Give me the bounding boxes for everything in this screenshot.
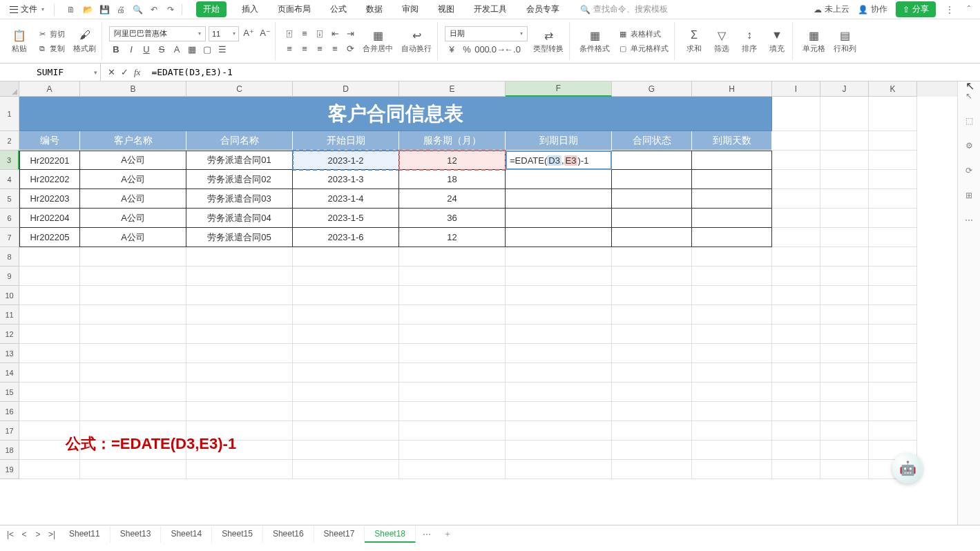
- add-sheet-button[interactable]: ＋: [438, 528, 457, 540]
- cell[interactable]: [820, 131, 869, 151]
- cell[interactable]: 劳务派遣合同02: [186, 170, 293, 189]
- row-header-2[interactable]: 2: [0, 131, 19, 151]
- row-header-6[interactable]: 6: [0, 209, 19, 228]
- table-header[interactable]: 到期日期: [506, 131, 612, 151]
- cell[interactable]: [186, 247, 293, 267]
- indent-inc-button[interactable]: ⇥: [343, 27, 357, 41]
- table-title[interactable]: 客户合同信息表: [19, 97, 772, 131]
- cell[interactable]: [612, 151, 692, 170]
- cell[interactable]: [293, 402, 399, 421]
- fx-button[interactable]: fx: [134, 67, 140, 78]
- sheet-tab-Sheet11[interactable]: Sheet11: [59, 526, 111, 543]
- more-icon[interactable]: ⋮: [944, 4, 955, 15]
- cell[interactable]: [293, 325, 399, 344]
- cell[interactable]: [506, 344, 612, 363]
- cell[interactable]: [772, 267, 820, 286]
- cell[interactable]: [772, 97, 820, 131]
- underline-button[interactable]: U: [140, 43, 153, 57]
- side-select-icon[interactable]: ⬚: [963, 115, 975, 127]
- cell[interactable]: [772, 383, 820, 402]
- bold-button[interactable]: B: [109, 43, 123, 57]
- cell[interactable]: [692, 247, 772, 267]
- side-backup-icon[interactable]: ⟳: [963, 164, 975, 177]
- name-box-input[interactable]: [0, 64, 100, 81]
- cloud-status[interactable]: ☁ 未上云: [814, 3, 849, 15]
- cell[interactable]: [869, 189, 917, 209]
- cell[interactable]: [506, 209, 612, 228]
- cancel-formula-button[interactable]: ✕: [108, 67, 115, 77]
- filter-button[interactable]: ▽筛选: [709, 27, 734, 55]
- cell[interactable]: [692, 344, 772, 363]
- cell[interactable]: [19, 344, 80, 363]
- cell[interactable]: [293, 363, 399, 383]
- cell[interactable]: [19, 363, 80, 383]
- cell[interactable]: [692, 286, 772, 305]
- cell[interactable]: [772, 131, 820, 151]
- cell[interactable]: [692, 228, 772, 247]
- cell[interactable]: 36: [399, 209, 506, 228]
- cell[interactable]: [820, 383, 869, 402]
- cell[interactable]: [820, 460, 869, 479]
- col-header-H[interactable]: H: [692, 81, 772, 97]
- formula-input[interactable]: [147, 64, 980, 81]
- accept-formula-button[interactable]: ✓: [121, 67, 128, 77]
- cell[interactable]: [820, 267, 869, 286]
- cell[interactable]: [869, 209, 917, 228]
- cell[interactable]: [506, 267, 612, 286]
- number-format-combo[interactable]: 日期▾: [445, 26, 528, 41]
- cell[interactable]: [692, 421, 772, 441]
- copy-button[interactable]: ⧉复制: [35, 42, 68, 55]
- cell[interactable]: [293, 460, 399, 479]
- row-header-16[interactable]: 16: [0, 402, 19, 421]
- col-header-F[interactable]: F: [506, 81, 612, 97]
- cell[interactable]: [820, 151, 869, 170]
- fill-color-button[interactable]: ▦: [185, 43, 199, 57]
- cell[interactable]: [692, 402, 772, 421]
- cell[interactable]: [692, 383, 772, 402]
- percent-button[interactable]: %: [460, 43, 474, 57]
- cell[interactable]: [692, 151, 772, 170]
- align-left-button[interactable]: ≡: [282, 42, 296, 56]
- sheet-menu-button[interactable]: ⋯: [417, 530, 436, 539]
- side-settings-icon[interactable]: ⚙: [963, 139, 975, 152]
- save-icon[interactable]: 💾: [99, 4, 110, 15]
- merge-button[interactable]: ▦合并居中: [360, 27, 396, 55]
- name-box[interactable]: ▾: [0, 64, 101, 81]
- sheet-nav-prev[interactable]: <: [18, 528, 30, 541]
- col-header-K[interactable]: K: [869, 81, 917, 97]
- cell[interactable]: [506, 402, 612, 421]
- cell[interactable]: [293, 421, 399, 441]
- cell[interactable]: [19, 247, 80, 267]
- cell[interactable]: [506, 325, 612, 344]
- decrease-font-button[interactable]: A⁻: [258, 26, 272, 40]
- cell[interactable]: [869, 170, 917, 189]
- cell[interactable]: [80, 383, 186, 402]
- cell[interactable]: [772, 402, 820, 421]
- cell[interactable]: [772, 151, 820, 170]
- table-header[interactable]: 服务期（月）: [399, 131, 506, 151]
- cell[interactable]: 2023-1-5: [293, 209, 399, 228]
- cell[interactable]: [612, 344, 692, 363]
- cell[interactable]: [293, 286, 399, 305]
- cell[interactable]: 24: [399, 189, 506, 209]
- tab-premium[interactable]: 会员专享: [522, 1, 564, 18]
- cell[interactable]: A公司: [80, 151, 186, 170]
- sheet-tab-Sheet17[interactable]: Sheet17: [314, 526, 365, 543]
- cell[interactable]: [186, 383, 293, 402]
- assistant-bubble[interactable]: 🤖: [892, 453, 923, 483]
- orientation-button[interactable]: ⟳: [343, 42, 357, 56]
- cell[interactable]: [820, 305, 869, 325]
- col-header-E[interactable]: E: [399, 81, 506, 97]
- cell[interactable]: [80, 363, 186, 383]
- tab-data[interactable]: 数据: [362, 1, 387, 18]
- row-header-17[interactable]: 17: [0, 421, 19, 441]
- cell[interactable]: [820, 344, 869, 363]
- cell[interactable]: [869, 267, 917, 286]
- cell[interactable]: [399, 305, 506, 325]
- cell[interactable]: [19, 383, 80, 402]
- cell[interactable]: A公司: [80, 209, 186, 228]
- cell[interactable]: [692, 460, 772, 479]
- sheet-tab-Sheet14[interactable]: Sheet14: [161, 526, 212, 543]
- sheet-tab-Sheet18[interactable]: Sheet18: [365, 526, 416, 543]
- row-header-9[interactable]: 9: [0, 267, 19, 286]
